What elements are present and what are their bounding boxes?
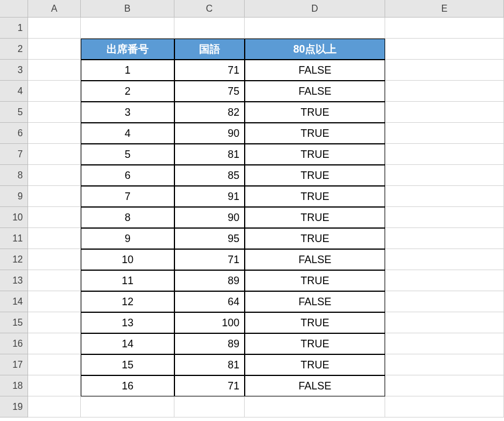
row-header-11[interactable]: 11 <box>0 228 28 249</box>
data-cell-result: TRUE <box>245 165 385 186</box>
data-cell-id: 7 <box>81 186 174 207</box>
cell-empty[interactable] <box>28 333 81 354</box>
cell-empty[interactable] <box>385 123 504 144</box>
data-cell-result: TRUE <box>245 144 385 165</box>
row-header-12[interactable]: 12 <box>0 249 28 270</box>
row-header-1[interactable]: 1 <box>0 18 28 39</box>
row-header-6[interactable]: 6 <box>0 123 28 144</box>
cell-empty[interactable] <box>28 312 81 333</box>
row-header-2[interactable]: 2 <box>0 39 28 60</box>
cell-empty[interactable] <box>28 186 81 207</box>
cell-empty[interactable] <box>385 312 504 333</box>
data-cell-score: 89 <box>174 270 245 291</box>
data-cell-result: FALSE <box>245 291 385 312</box>
data-cell-id: 3 <box>81 102 174 123</box>
column-header-b[interactable]: B <box>81 0 174 18</box>
data-cell-id: 15 <box>81 354 174 375</box>
column-header-e[interactable]: E <box>385 0 504 18</box>
cell-empty[interactable] <box>385 60 504 81</box>
row-header-8[interactable]: 8 <box>0 165 28 186</box>
cell-empty[interactable] <box>28 81 81 102</box>
cell-empty[interactable] <box>28 354 81 375</box>
corner-cell <box>0 0 28 18</box>
cell-empty[interactable] <box>385 186 504 207</box>
cell-empty[interactable] <box>385 354 504 375</box>
data-cell-score: 81 <box>174 354 245 375</box>
table-header-score: 国語 <box>174 39 245 60</box>
data-cell-score: 71 <box>174 60 245 81</box>
data-cell-result: FALSE <box>245 81 385 102</box>
cell-empty[interactable] <box>385 291 504 312</box>
data-cell-id: 4 <box>81 123 174 144</box>
data-cell-id: 2 <box>81 81 174 102</box>
cell-empty[interactable] <box>28 396 81 417</box>
data-cell-id: 6 <box>81 165 174 186</box>
cell-empty[interactable] <box>28 165 81 186</box>
cell-empty[interactable] <box>385 18 504 39</box>
data-cell-score: 90 <box>174 207 245 228</box>
cell-empty[interactable] <box>28 249 81 270</box>
row-header-19[interactable]: 19 <box>0 396 28 417</box>
row-header-7[interactable]: 7 <box>0 144 28 165</box>
column-header-c[interactable]: C <box>174 0 245 18</box>
data-cell-result: TRUE <box>245 270 385 291</box>
cell-empty[interactable] <box>28 207 81 228</box>
cell-empty[interactable] <box>28 228 81 249</box>
cell-empty[interactable] <box>28 102 81 123</box>
cell-empty[interactable] <box>385 333 504 354</box>
data-cell-id: 1 <box>81 60 174 81</box>
cell-empty[interactable] <box>28 375 81 396</box>
column-header-a[interactable]: A <box>28 0 81 18</box>
cell-empty[interactable] <box>174 396 245 417</box>
cell-empty[interactable] <box>385 39 504 60</box>
table-header-result: 80点以上 <box>245 39 385 60</box>
data-cell-result: TRUE <box>245 333 385 354</box>
data-cell-score: 90 <box>174 123 245 144</box>
cell-empty[interactable] <box>385 375 504 396</box>
data-cell-result: FALSE <box>245 249 385 270</box>
row-header-5[interactable]: 5 <box>0 102 28 123</box>
data-cell-score: 82 <box>174 102 245 123</box>
cell-empty[interactable] <box>28 291 81 312</box>
cell-empty[interactable] <box>28 144 81 165</box>
cell-empty[interactable] <box>81 396 174 417</box>
data-cell-score: 71 <box>174 375 245 396</box>
cell-empty[interactable] <box>81 18 174 39</box>
cell-empty[interactable] <box>385 396 504 417</box>
cell-empty[interactable] <box>385 228 504 249</box>
cell-empty[interactable] <box>385 81 504 102</box>
row-header-15[interactable]: 15 <box>0 312 28 333</box>
cell-empty[interactable] <box>385 165 504 186</box>
column-header-d[interactable]: D <box>245 0 385 18</box>
row-header-16[interactable]: 16 <box>0 333 28 354</box>
row-header-17[interactable]: 17 <box>0 354 28 375</box>
data-cell-result: TRUE <box>245 228 385 249</box>
cell-empty[interactable] <box>385 102 504 123</box>
spreadsheet-grid[interactable]: ABCDE12出席番号国語80点以上3171FALSE4275FALSE5382… <box>0 0 504 417</box>
cell-empty[interactable] <box>28 18 81 39</box>
cell-empty[interactable] <box>28 270 81 291</box>
row-header-9[interactable]: 9 <box>0 186 28 207</box>
data-cell-id: 8 <box>81 207 174 228</box>
row-header-10[interactable]: 10 <box>0 207 28 228</box>
row-header-4[interactable]: 4 <box>0 81 28 102</box>
data-cell-result: TRUE <box>245 312 385 333</box>
cell-empty[interactable] <box>174 18 245 39</box>
row-header-18[interactable]: 18 <box>0 375 28 396</box>
cell-empty[interactable] <box>28 60 81 81</box>
data-cell-result: TRUE <box>245 186 385 207</box>
cell-empty[interactable] <box>245 396 385 417</box>
data-cell-result: TRUE <box>245 354 385 375</box>
cell-empty[interactable] <box>28 123 81 144</box>
cell-empty[interactable] <box>385 249 504 270</box>
row-header-3[interactable]: 3 <box>0 60 28 81</box>
cell-empty[interactable] <box>28 39 81 60</box>
row-header-14[interactable]: 14 <box>0 291 28 312</box>
data-cell-score: 95 <box>174 228 245 249</box>
cell-empty[interactable] <box>385 270 504 291</box>
cell-empty[interactable] <box>245 18 385 39</box>
row-header-13[interactable]: 13 <box>0 270 28 291</box>
cell-empty[interactable] <box>385 207 504 228</box>
cell-empty[interactable] <box>385 144 504 165</box>
data-cell-score: 71 <box>174 249 245 270</box>
